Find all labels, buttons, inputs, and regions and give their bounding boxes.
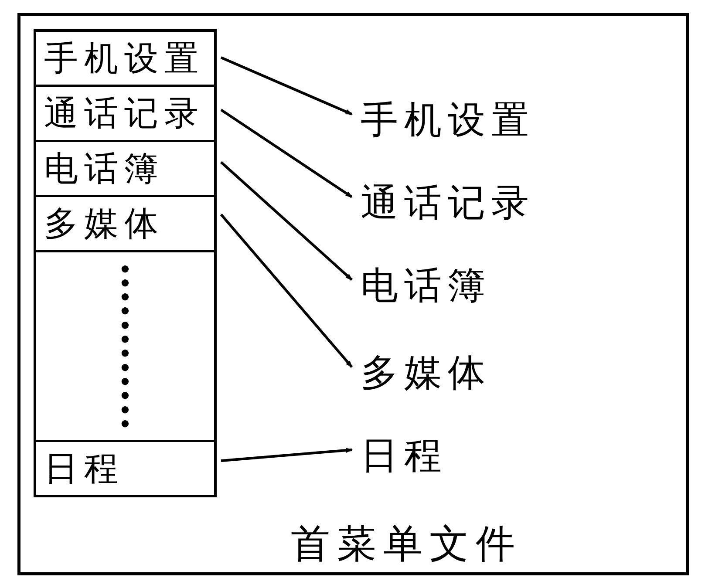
arrow-icon — [221, 162, 352, 280]
menu-item-multimedia: 多媒体 — [36, 197, 214, 252]
arrow-icon — [221, 450, 352, 461]
target-label-text: 手机设置 — [361, 99, 535, 141]
diagram-stage: 手机设置 通话记录 电话簿 多媒体 ●●●●●●●●●●●● 日程 手机设置 通… — [0, 0, 705, 588]
menu-item-phonebook: 电话簿 — [36, 142, 214, 197]
menu-item-schedule: 日程 — [36, 442, 214, 495]
menu-item-label: 手机设置 — [44, 39, 204, 77]
arrow-icon — [221, 110, 352, 197]
target-phonebook: 电话簿 — [361, 260, 491, 311]
target-label-text: 通话记录 — [361, 182, 535, 224]
arrow-icon — [221, 58, 352, 114]
menu-item-label: 通话记录 — [44, 94, 204, 132]
menu-item-phone-settings: 手机设置 — [36, 32, 214, 87]
menu-ellipsis: ●●●●●●●●●●●● — [36, 252, 214, 442]
target-call-log: 通话记录 — [361, 177, 535, 228]
menu-item-label: 电话簿 — [44, 150, 164, 187]
menu-item-call-log: 通话记录 — [36, 87, 214, 142]
target-phone-settings: 手机设置 — [361, 95, 535, 146]
target-multimedia: 多媒体 — [361, 347, 491, 398]
arrow-icon — [221, 214, 352, 367]
menu-item-label: 日程 — [44, 449, 124, 487]
target-label-text: 多媒体 — [361, 352, 491, 394]
vertical-ellipsis-icon: ●●●●●●●●●●●● — [120, 261, 130, 430]
target-label-text: 日程 — [361, 435, 448, 476]
target-schedule: 日程 — [361, 430, 448, 481]
menu-item-label: 多媒体 — [44, 204, 164, 242]
main-menu-list: 手机设置 通话记录 电话簿 多媒体 ●●●●●●●●●●●● 日程 — [34, 29, 217, 497]
caption-text: 首菜单文件 — [291, 522, 522, 565]
diagram-caption: 首菜单文件 — [291, 517, 522, 571]
target-label-text: 电话簿 — [361, 265, 491, 306]
outer-frame: 手机设置 通话记录 电话簿 多媒体 ●●●●●●●●●●●● 日程 手机设置 通… — [17, 13, 689, 575]
